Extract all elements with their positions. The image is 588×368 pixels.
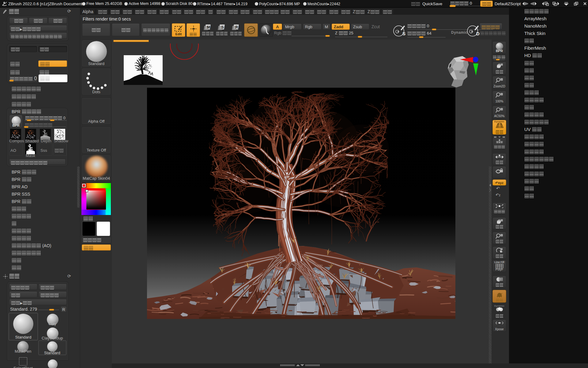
svg-text:D: D bbox=[476, 31, 480, 36]
svg-text:M: M bbox=[207, 25, 210, 29]
svg-text:S: S bbox=[402, 31, 405, 36]
svg-text:R: R bbox=[236, 25, 238, 29]
svg-text:S: S bbox=[221, 25, 224, 29]
